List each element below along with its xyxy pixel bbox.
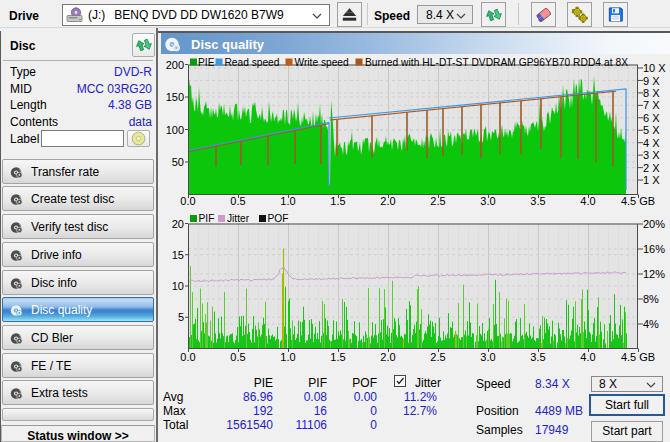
svg-text:Read speed: Read speed <box>225 57 280 68</box>
svg-text:3.5: 3.5 <box>530 351 545 363</box>
svg-text:3.0: 3.0 <box>480 195 495 207</box>
svg-text:100: 100 <box>166 124 184 136</box>
svg-text:2.0: 2.0 <box>380 351 395 363</box>
svg-text:0.0: 0.0 <box>180 351 195 363</box>
svg-text:2.0: 2.0 <box>380 195 395 207</box>
svg-text:50: 50 <box>172 156 184 168</box>
svg-text:1 X: 1 X <box>643 174 660 186</box>
svg-text:2 X: 2 X <box>643 162 660 174</box>
svg-text:7 X: 7 X <box>643 99 660 111</box>
svg-text:4 X: 4 X <box>643 137 660 149</box>
svg-text:20%: 20% <box>643 218 665 230</box>
svg-text:10 X: 10 X <box>643 62 666 74</box>
svg-text:4.0: 4.0 <box>580 351 595 363</box>
svg-text:2.5: 2.5 <box>430 351 445 363</box>
svg-text:16%: 16% <box>643 243 665 255</box>
svg-text:Write speed: Write speed <box>295 57 350 68</box>
svg-text:Jitter: Jitter <box>227 213 250 224</box>
svg-text:6 X: 6 X <box>643 112 660 124</box>
svg-text:2.5: 2.5 <box>430 195 445 207</box>
svg-text:15: 15 <box>172 249 184 261</box>
svg-text:PIE: PIE <box>198 57 215 68</box>
svg-text:5 X: 5 X <box>643 124 660 136</box>
svg-text:9 X: 9 X <box>643 75 660 87</box>
svg-text:1.5: 1.5 <box>330 351 345 363</box>
svg-text:5: 5 <box>178 311 184 323</box>
svg-text:PIF: PIF <box>199 213 215 224</box>
svg-text:1.0: 1.0 <box>280 195 295 207</box>
svg-text:3.5: 3.5 <box>530 195 545 207</box>
svg-text:8%: 8% <box>643 293 659 305</box>
svg-text:0.5: 0.5 <box>230 351 245 363</box>
svg-text:4%: 4% <box>643 318 659 330</box>
svg-text:8 X: 8 X <box>643 87 660 99</box>
svg-text:Burned with HL-DT-ST DVDRAM GP: Burned with HL-DT-ST DVDRAM GP96YB70 RDD… <box>365 57 628 68</box>
svg-text:POF: POF <box>268 213 289 224</box>
svg-text:4.0: 4.0 <box>580 195 595 207</box>
svg-text:10: 10 <box>172 280 184 292</box>
svg-text:150: 150 <box>166 91 184 103</box>
svg-text:12%: 12% <box>643 268 665 280</box>
svg-text:4.5 GB: 4.5 GB <box>621 351 655 363</box>
svg-text:4.5 GB: 4.5 GB <box>621 195 655 207</box>
svg-text:20: 20 <box>172 218 184 230</box>
svg-text:200: 200 <box>166 59 184 71</box>
svg-text:0.0: 0.0 <box>180 195 195 207</box>
svg-text:1.5: 1.5 <box>330 195 345 207</box>
svg-text:1.0: 1.0 <box>280 351 295 363</box>
svg-text:3.0: 3.0 <box>480 351 495 363</box>
svg-text:0.5: 0.5 <box>230 195 245 207</box>
svg-text:3 X: 3 X <box>643 149 660 161</box>
